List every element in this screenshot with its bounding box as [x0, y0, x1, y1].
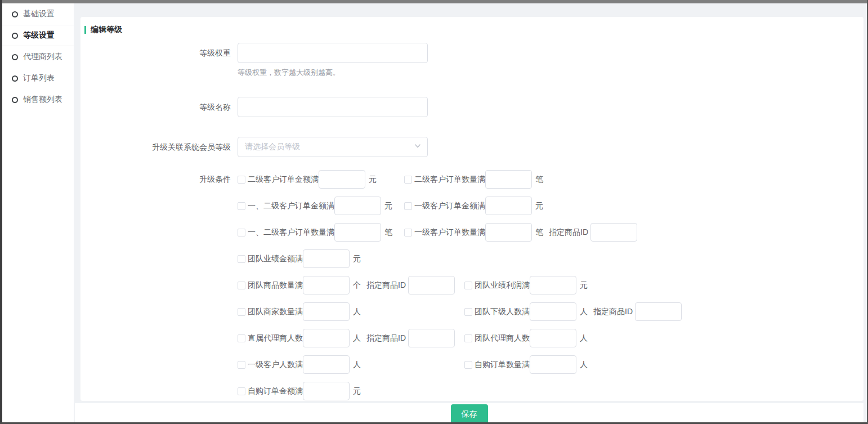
product-id-label: 指定商品ID — [366, 280, 406, 291]
condition-unit: 人 — [353, 307, 361, 317]
circle-icon — [12, 75, 18, 82]
upgrade-conditions-section: 升级条件 二级客户订单金额满元二级客户订单数量满笔一、二级客户订单金额满元一级客… — [84, 170, 863, 401]
member-level-select[interactable]: 请选择会员等级 — [238, 137, 428, 157]
level-name-row: 等级名称 — [84, 97, 863, 117]
section-title-text: 编辑等级 — [91, 25, 122, 35]
condition-checkbox[interactable] — [238, 282, 245, 289]
chevron-down-icon — [414, 142, 422, 152]
sidebar-item-label: 订单列表 — [23, 73, 55, 83]
circle-icon — [12, 54, 18, 60]
condition-checkbox[interactable] — [238, 334, 245, 342]
condition-value-input[interactable] — [485, 197, 532, 215]
condition-item: 直属代理商人数人指定商品ID — [238, 329, 464, 347]
condition-label: 一、二级客户订单数量满 — [248, 227, 334, 238]
content-area: 编辑等级 等级权重 等级权重，数字越大级别越高。 等级名称 升级关联系统会员等级… — [74, 3, 867, 422]
condition-label: 团队下级人数满 — [475, 307, 530, 317]
condition-label: 一、二级客户订单金额满 — [248, 201, 334, 211]
condition-checkbox[interactable] — [464, 361, 472, 369]
condition-row: 一级客户人数满人自购订单数量满人 — [238, 355, 863, 374]
condition-label: 自购订单数量满 — [475, 360, 530, 370]
condition-unit: 人 — [353, 360, 361, 370]
condition-checkbox[interactable] — [238, 361, 245, 369]
product-id-label: 指定商品ID — [366, 333, 406, 343]
condition-unit: 元 — [353, 386, 361, 396]
level-weight-input[interactable] — [238, 43, 428, 63]
condition-value-input[interactable] — [334, 223, 381, 242]
condition-checkbox[interactable] — [464, 308, 472, 316]
level-weight-hint: 等级权重，数字越大级别越高。 — [238, 68, 863, 78]
product-id-input[interactable] — [408, 276, 455, 294]
condition-label: 团队商品数量满 — [248, 280, 303, 291]
level-name-label: 等级名称 — [84, 97, 238, 117]
condition-item: 二级客户订单数量满笔 — [404, 170, 543, 189]
sidebar-menu: 基础设置等级设置代理商列表订单列表销售额列表 — [2, 3, 74, 110]
sidebar-item-basic-settings[interactable]: 基础设置 — [2, 3, 74, 25]
edit-level-card: 编辑等级 等级权重 等级权重，数字越大级别越高。 等级名称 升级关联系统会员等级… — [80, 17, 863, 401]
condition-value-input[interactable] — [319, 170, 365, 189]
condition-value-input[interactable] — [303, 302, 350, 321]
condition-checkbox[interactable] — [464, 282, 472, 289]
section-accent-bar — [84, 26, 86, 34]
condition-value-input[interactable] — [530, 329, 576, 347]
level-weight-row: 等级权重 — [84, 43, 863, 63]
sidebar-item-agent-list[interactable]: 代理商列表 — [2, 46, 74, 68]
condition-value-input[interactable] — [530, 355, 576, 374]
condition-checkbox[interactable] — [464, 334, 472, 342]
circle-icon — [12, 33, 18, 39]
condition-unit: 笔 — [384, 227, 392, 238]
condition-unit: 元 — [580, 280, 588, 291]
condition-checkbox[interactable] — [238, 255, 245, 263]
condition-item: 团队代理商人数人 — [464, 329, 588, 347]
condition-unit: 人 — [580, 333, 588, 343]
sidebar: 基础设置等级设置代理商列表订单列表销售额列表 — [2, 3, 74, 422]
condition-item: 一、二级客户订单金额满元 — [238, 197, 404, 215]
condition-item: 团队下级人数满人指定商品ID — [464, 302, 682, 321]
condition-value-input[interactable] — [303, 249, 350, 268]
condition-value-input[interactable] — [303, 382, 350, 400]
sidebar-item-label: 代理商列表 — [23, 52, 62, 62]
member-level-label: 升级关联系统会员等级 — [84, 137, 238, 157]
condition-unit: 元 — [369, 175, 377, 185]
sidebar-item-level-settings[interactable]: 等级设置 — [2, 25, 74, 46]
condition-value-input[interactable] — [485, 170, 532, 189]
condition-row: 一、二级客户订单金额满元一级客户订单金额满元 — [238, 197, 863, 215]
condition-row: 直属代理商人数人指定商品ID团队代理商人数人 — [238, 329, 863, 347]
condition-item: 二级客户订单金额满元 — [238, 170, 404, 189]
product-id-input[interactable] — [635, 302, 682, 321]
sidebar-item-label: 销售额列表 — [23, 95, 62, 105]
condition-value-input[interactable] — [334, 197, 381, 215]
condition-label: 直属代理商人数 — [248, 333, 303, 343]
sidebar-item-order-list[interactable]: 订单列表 — [2, 68, 74, 89]
condition-value-input[interactable] — [485, 223, 532, 242]
condition-value-input[interactable] — [303, 329, 350, 347]
condition-checkbox[interactable] — [238, 308, 245, 316]
condition-item: 团队业绩金额满元 — [238, 249, 464, 268]
condition-checkbox[interactable] — [238, 202, 245, 210]
condition-label: 团队业绩金额满 — [248, 254, 303, 264]
condition-value-input[interactable] — [303, 355, 350, 374]
product-id-input[interactable] — [590, 223, 637, 242]
condition-unit: 元 — [535, 201, 543, 211]
condition-item: 一级客户订单金额满元 — [404, 197, 543, 215]
condition-checkbox[interactable] — [238, 229, 245, 236]
condition-item: 自购订单金额满元 — [238, 382, 464, 400]
condition-value-input[interactable] — [530, 302, 576, 321]
condition-label: 二级客户订单数量满 — [414, 175, 485, 185]
condition-unit: 元 — [384, 201, 392, 211]
level-name-input[interactable] — [238, 97, 428, 117]
condition-checkbox[interactable] — [238, 387, 245, 395]
condition-checkbox[interactable] — [238, 176, 245, 184]
condition-value-input[interactable] — [530, 276, 576, 294]
condition-item: 团队商品数量满个指定商品ID — [238, 276, 464, 294]
condition-checkbox[interactable] — [404, 229, 412, 236]
condition-item: 一、二级客户订单数量满笔 — [238, 223, 404, 242]
condition-label: 一级客户订单金额满 — [414, 201, 485, 211]
condition-value-input[interactable] — [303, 276, 350, 294]
window-top-bar — [0, 0, 868, 3]
product-id-input[interactable] — [408, 329, 455, 347]
upgrade-conditions-label: 升级条件 — [84, 170, 238, 401]
save-button[interactable]: 保存 — [451, 404, 488, 424]
condition-checkbox[interactable] — [404, 176, 412, 184]
condition-checkbox[interactable] — [404, 202, 412, 210]
sidebar-item-sales-list[interactable]: 销售额列表 — [2, 89, 74, 110]
